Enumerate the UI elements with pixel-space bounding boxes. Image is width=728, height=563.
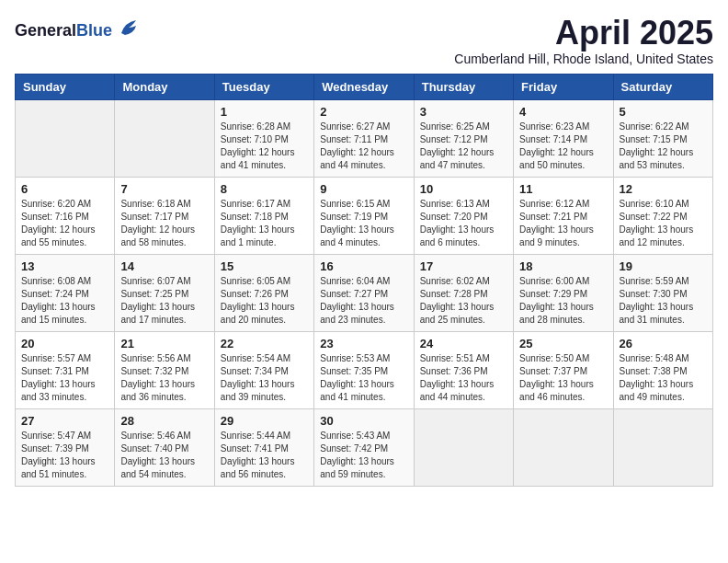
day-number: 7 xyxy=(120,182,208,196)
calendar-cell: 26Sunrise: 5:48 AMSunset: 7:38 PMDayligh… xyxy=(613,331,712,408)
cell-info: Sunrise: 5:56 AMSunset: 7:32 PMDaylight:… xyxy=(120,352,208,404)
cell-info: Sunrise: 6:07 AMSunset: 7:25 PMDaylight:… xyxy=(120,275,208,327)
calendar-cell: 29Sunrise: 5:44 AMSunset: 7:41 PMDayligh… xyxy=(214,408,313,486)
day-number: 17 xyxy=(420,259,507,273)
cell-info: Sunrise: 5:44 AMSunset: 7:41 PMDaylight:… xyxy=(221,430,308,481)
weekday-header: Thursday xyxy=(414,74,513,99)
calendar-cell: 6Sunrise: 6:20 AMSunset: 7:16 PMDaylight… xyxy=(16,177,115,254)
cell-info: Sunrise: 6:18 AMSunset: 7:17 PMDaylight:… xyxy=(120,198,208,249)
month-title: April 2025 xyxy=(454,15,713,52)
cell-info: Sunrise: 5:53 AMSunset: 7:35 PMDaylight:… xyxy=(320,352,407,404)
cell-info: Sunrise: 6:15 AMSunset: 7:19 PMDaylight:… xyxy=(320,198,407,249)
logo-general: General xyxy=(15,21,76,40)
calendar-header-row: SundayMondayTuesdayWednesdayThursdayFrid… xyxy=(16,74,713,99)
calendar-cell: 24Sunrise: 5:51 AMSunset: 7:36 PMDayligh… xyxy=(414,331,513,408)
calendar-cell: 22Sunrise: 5:54 AMSunset: 7:34 PMDayligh… xyxy=(214,331,313,408)
cell-info: Sunrise: 5:51 AMSunset: 7:36 PMDaylight:… xyxy=(420,352,507,404)
logo-blue: Blue xyxy=(76,21,112,40)
calendar-cell xyxy=(115,99,214,177)
cell-info: Sunrise: 6:04 AMSunset: 7:27 PMDaylight:… xyxy=(320,275,407,327)
calendar-cell: 12Sunrise: 6:10 AMSunset: 7:22 PMDayligh… xyxy=(613,177,712,254)
logo: GeneralBlue xyxy=(15,15,142,46)
calendar-cell: 18Sunrise: 6:00 AMSunset: 7:29 PMDayligh… xyxy=(514,254,613,331)
calendar-week-row: 13Sunrise: 6:08 AMSunset: 7:24 PMDayligh… xyxy=(16,254,713,331)
day-number: 23 xyxy=(320,337,407,350)
calendar-cell: 7Sunrise: 6:18 AMSunset: 7:17 PMDaylight… xyxy=(115,177,214,254)
calendar-cell: 10Sunrise: 6:13 AMSunset: 7:20 PMDayligh… xyxy=(414,177,513,254)
calendar-cell: 23Sunrise: 5:53 AMSunset: 7:35 PMDayligh… xyxy=(314,331,414,408)
calendar-cell: 28Sunrise: 5:46 AMSunset: 7:40 PMDayligh… xyxy=(115,408,214,486)
day-number: 9 xyxy=(320,182,407,196)
calendar-cell: 15Sunrise: 6:05 AMSunset: 7:26 PMDayligh… xyxy=(214,254,313,331)
calendar-cell xyxy=(514,408,613,486)
day-number: 29 xyxy=(221,414,308,428)
cell-info: Sunrise: 6:17 AMSunset: 7:18 PMDaylight:… xyxy=(221,198,308,249)
calendar-cell: 30Sunrise: 5:43 AMSunset: 7:42 PMDayligh… xyxy=(314,408,414,486)
day-number: 4 xyxy=(519,105,607,119)
calendar-week-row: 1Sunrise: 6:28 AMSunset: 7:10 PMDaylight… xyxy=(16,99,713,177)
cell-info: Sunrise: 6:25 AMSunset: 7:12 PMDaylight:… xyxy=(420,121,507,172)
calendar-table: SundayMondayTuesdayWednesdayThursdayFrid… xyxy=(15,74,713,487)
day-number: 11 xyxy=(519,182,607,196)
day-number: 18 xyxy=(519,259,607,273)
day-number: 10 xyxy=(420,182,507,196)
calendar-cell xyxy=(613,408,712,486)
calendar-cell: 1Sunrise: 6:28 AMSunset: 7:10 PMDaylight… xyxy=(214,99,313,177)
day-number: 3 xyxy=(420,105,507,119)
logo-bird-icon xyxy=(116,15,142,46)
cell-info: Sunrise: 5:47 AMSunset: 7:39 PMDaylight:… xyxy=(21,430,108,481)
cell-info: Sunrise: 6:22 AMSunset: 7:15 PMDaylight:… xyxy=(620,121,707,172)
cell-info: Sunrise: 6:10 AMSunset: 7:22 PMDaylight:… xyxy=(620,198,707,249)
day-number: 24 xyxy=(420,337,507,350)
cell-info: Sunrise: 5:48 AMSunset: 7:38 PMDaylight:… xyxy=(620,352,707,404)
day-number: 12 xyxy=(620,182,707,196)
calendar-cell: 14Sunrise: 6:07 AMSunset: 7:25 PMDayligh… xyxy=(115,254,214,331)
cell-info: Sunrise: 6:23 AMSunset: 7:14 PMDaylight:… xyxy=(519,121,607,172)
day-number: 30 xyxy=(320,414,407,428)
cell-info: Sunrise: 5:57 AMSunset: 7:31 PMDaylight:… xyxy=(21,352,108,404)
day-number: 22 xyxy=(221,337,308,350)
day-number: 8 xyxy=(221,182,308,196)
calendar-cell xyxy=(16,99,115,177)
calendar-cell: 3Sunrise: 6:25 AMSunset: 7:12 PMDaylight… xyxy=(414,99,513,177)
cell-info: Sunrise: 5:43 AMSunset: 7:42 PMDaylight:… xyxy=(320,430,407,481)
calendar-cell: 25Sunrise: 5:50 AMSunset: 7:37 PMDayligh… xyxy=(514,331,613,408)
cell-info: Sunrise: 5:50 AMSunset: 7:37 PMDaylight:… xyxy=(519,352,607,404)
cell-info: Sunrise: 5:59 AMSunset: 7:30 PMDaylight:… xyxy=(620,275,707,327)
cell-info: Sunrise: 6:02 AMSunset: 7:28 PMDaylight:… xyxy=(420,275,507,327)
weekday-header: Monday xyxy=(115,74,214,99)
day-number: 15 xyxy=(221,259,308,273)
day-number: 25 xyxy=(519,337,607,350)
day-number: 14 xyxy=(120,259,208,273)
cell-info: Sunrise: 5:54 AMSunset: 7:34 PMDaylight:… xyxy=(221,352,308,404)
page-header: GeneralBlue April 2025 Cumberland Hill, … xyxy=(15,15,713,66)
calendar-cell: 11Sunrise: 6:12 AMSunset: 7:21 PMDayligh… xyxy=(514,177,613,254)
cell-info: Sunrise: 6:05 AMSunset: 7:26 PMDaylight:… xyxy=(221,275,308,327)
day-number: 21 xyxy=(120,337,208,350)
calendar-cell: 4Sunrise: 6:23 AMSunset: 7:14 PMDaylight… xyxy=(514,99,613,177)
calendar-cell xyxy=(414,408,513,486)
calendar-cell: 19Sunrise: 5:59 AMSunset: 7:30 PMDayligh… xyxy=(613,254,712,331)
cell-info: Sunrise: 6:27 AMSunset: 7:11 PMDaylight:… xyxy=(320,121,407,172)
calendar-cell: 27Sunrise: 5:47 AMSunset: 7:39 PMDayligh… xyxy=(16,408,115,486)
day-number: 2 xyxy=(320,105,407,119)
cell-info: Sunrise: 6:00 AMSunset: 7:29 PMDaylight:… xyxy=(519,275,607,327)
calendar-cell: 17Sunrise: 6:02 AMSunset: 7:28 PMDayligh… xyxy=(414,254,513,331)
weekday-header: Tuesday xyxy=(214,74,313,99)
day-number: 28 xyxy=(120,414,208,428)
calendar-cell: 9Sunrise: 6:15 AMSunset: 7:19 PMDaylight… xyxy=(314,177,414,254)
day-number: 6 xyxy=(21,182,108,196)
title-block: April 2025 Cumberland Hill, Rhode Island… xyxy=(454,15,713,66)
day-number: 1 xyxy=(221,105,308,119)
weekday-header: Saturday xyxy=(613,74,712,99)
weekday-header: Sunday xyxy=(16,74,115,99)
calendar-cell: 8Sunrise: 6:17 AMSunset: 7:18 PMDaylight… xyxy=(214,177,313,254)
cell-info: Sunrise: 6:20 AMSunset: 7:16 PMDaylight:… xyxy=(21,198,108,249)
logo-text: GeneralBlue xyxy=(15,21,112,40)
weekday-header: Friday xyxy=(514,74,613,99)
day-number: 27 xyxy=(21,414,108,428)
calendar-cell: 13Sunrise: 6:08 AMSunset: 7:24 PMDayligh… xyxy=(16,254,115,331)
cell-info: Sunrise: 6:12 AMSunset: 7:21 PMDaylight:… xyxy=(519,198,607,249)
calendar-week-row: 20Sunrise: 5:57 AMSunset: 7:31 PMDayligh… xyxy=(16,331,713,408)
calendar-week-row: 6Sunrise: 6:20 AMSunset: 7:16 PMDaylight… xyxy=(16,177,713,254)
